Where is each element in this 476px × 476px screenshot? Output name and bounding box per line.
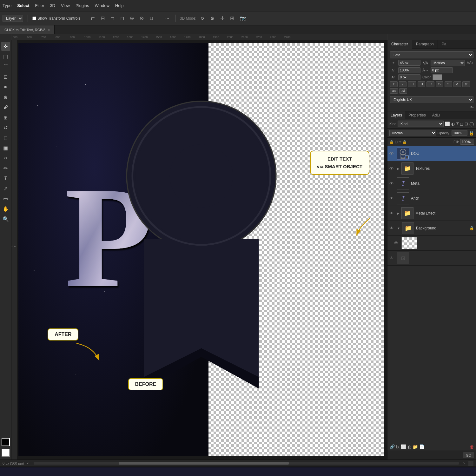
layer-eye-metal[interactable]: 👁 <box>389 211 395 216</box>
layer-expand-textures[interactable]: ▶ <box>397 167 400 170</box>
filter-kind-select[interactable]: Kind <box>398 121 444 127</box>
layer-eye-smart[interactable]: 👁 <box>389 151 395 156</box>
scrollbar-h[interactable] <box>34 462 459 465</box>
stylaltern-btn[interactable]: aā <box>399 88 407 94</box>
3d-settings-btn[interactable]: ⚙ <box>209 15 216 22</box>
shape-tool[interactable]: ▭ <box>1 194 10 203</box>
status-nav-left[interactable]: < <box>27 461 29 465</box>
tab-character[interactable]: Character <box>387 40 412 49</box>
brush-tool[interactable]: 🖌 <box>1 103 10 112</box>
layer-item-bg[interactable]: 👁 <box>387 236 476 251</box>
layer-eye-textures[interactable]: 👁 <box>389 166 395 171</box>
3d-zoom-btn[interactable]: ⊞ <box>229 15 235 22</box>
baseline-input[interactable] <box>398 74 420 80</box>
add-adjustment-btn[interactable]: ◐ <box>407 444 411 449</box>
align-center-h-btn[interactable]: ⊟ <box>99 15 106 22</box>
layer-item-text1[interactable]: 👁 T Meta <box>387 176 476 191</box>
distribute-h-btn[interactable]: ⊕ <box>129 15 135 22</box>
filter-toggle[interactable]: ◯ <box>469 122 474 126</box>
pen-tool[interactable]: ✏ <box>1 164 10 173</box>
menu-window[interactable]: Window <box>95 3 109 8</box>
filter-adjust-icon[interactable]: ◐ <box>451 122 455 126</box>
tracking-input[interactable] <box>431 67 453 73</box>
3d-rotate-btn[interactable]: ⟳ <box>200 15 206 22</box>
lasso-tool[interactable]: ⌒ <box>1 62 10 71</box>
tab-layers[interactable]: Layers <box>387 111 405 119</box>
align-top-btn[interactable]: ⊓ <box>119 15 125 22</box>
select-tool[interactable]: ⬚ <box>1 52 10 61</box>
scale-input[interactable] <box>398 67 420 73</box>
font-family-select[interactable]: Lato <box>390 51 473 58</box>
subscript-btn[interactable]: T₁ <box>436 81 443 87</box>
superscript-btn[interactable]: T¹ <box>426 81 434 87</box>
layer-dropdown[interactable]: Layer <box>3 15 23 22</box>
layer-item-metal[interactable]: 👁 ▶ 📁 Metal Effect <box>387 206 476 221</box>
3d-move-btn[interactable]: ✛ <box>219 15 226 22</box>
font-size-input[interactable] <box>398 60 420 66</box>
align-left-btn[interactable]: ⊏ <box>89 15 96 22</box>
language-select[interactable]: English: UK <box>390 96 473 103</box>
blend-mode-select[interactable]: Normal <box>389 130 436 136</box>
filter-type-icon[interactable]: T <box>456 122 459 126</box>
layer-eye-bg-group[interactable]: 👁 <box>389 226 395 231</box>
crop-tool[interactable]: ⊡ <box>1 72 10 81</box>
document-canvas[interactable]: P P AFTER <box>18 43 384 456</box>
zoom-tool[interactable]: 🔍 <box>1 215 10 223</box>
add-group-btn[interactable]: 📁 <box>413 444 418 449</box>
healing-tool[interactable]: ⊕ <box>1 93 10 102</box>
italic-btn[interactable]: T <box>399 81 407 87</box>
smallcaps-btn[interactable]: Tt <box>418 81 425 87</box>
layer-eye-text2[interactable]: 👁 <box>389 196 395 201</box>
add-mask-btn[interactable]: ⬜ <box>401 444 406 449</box>
dodge-tool[interactable]: ○ <box>1 154 10 162</box>
new-layer-btn[interactable]: 📄 <box>419 444 425 449</box>
document-tab[interactable]: CLICK to Edit Text, RGB/8 × <box>0 25 55 34</box>
more-options-btn[interactable]: ··· <box>164 15 170 22</box>
hand-tool[interactable]: ✋ <box>1 204 10 213</box>
canvas-area[interactable]: 1 2 3 4 <box>11 40 387 459</box>
tab-properties[interactable]: Properties <box>405 111 429 119</box>
show-transform-label[interactable]: Show Transform Controls <box>32 16 80 21</box>
gradient-tool[interactable]: ▣ <box>1 143 10 152</box>
eraser-tool[interactable]: ◻ <box>1 133 10 142</box>
menu-filter[interactable]: Filter <box>35 3 44 8</box>
kerning-select[interactable]: Metrics <box>431 60 465 66</box>
discretlig-btn[interactable]: ð <box>453 81 461 87</box>
swash-btn[interactable]: st <box>462 81 470 87</box>
layer-eye-bg[interactable]: 👁 <box>394 241 400 246</box>
menu-type[interactable]: Type <box>3 3 11 8</box>
go-button[interactable]: GO <box>463 453 474 458</box>
menu-plugins[interactable]: Plugins <box>76 3 89 8</box>
oldstyle-btn[interactable]: aa <box>390 88 398 94</box>
add-style-btn[interactable]: fx <box>396 444 400 449</box>
text-tool[interactable]: T <box>1 174 10 183</box>
move-tool[interactable]: ✛ <box>1 42 10 51</box>
tab-pa-extra[interactable]: Pa <box>438 40 451 49</box>
resize-handle[interactable] <box>468 461 473 466</box>
clone-tool[interactable]: ⊞ <box>1 113 10 122</box>
filter-smartobj-icon[interactable]: ⊡ <box>465 122 468 126</box>
path-tool[interactable]: ↗ <box>1 184 10 193</box>
distribute-v-btn[interactable]: ⊗ <box>138 15 145 22</box>
layer-item-textures[interactable]: 👁 ▶ 📁 Textures <box>387 161 476 176</box>
menu-view[interactable]: View <box>61 3 70 8</box>
document-tab-close[interactable]: × <box>48 28 50 32</box>
align-bottom-btn[interactable]: ⊔ <box>148 15 155 22</box>
lock-icon[interactable]: 🔒 <box>469 130 474 136</box>
tab-adjust[interactable]: Adju <box>429 111 443 119</box>
delete-layer-btn[interactable]: 🗑 <box>470 444 474 449</box>
fill-input[interactable] <box>460 139 474 145</box>
filter-shape-icon[interactable]: ◻ <box>460 122 463 126</box>
ligatures-btn[interactable]: fi <box>445 81 452 87</box>
show-transform-checkbox[interactable] <box>32 17 36 20</box>
aa-antialiasing[interactable]: aₐ <box>470 104 473 109</box>
background-color[interactable] <box>2 449 10 457</box>
layer-eye-text1[interactable]: 👁 <box>389 181 395 186</box>
color-swatch[interactable] <box>433 74 442 80</box>
bold-btn[interactable]: T <box>390 81 398 87</box>
menu-3d[interactable]: 3D <box>50 3 55 8</box>
tab-paragraph[interactable]: Paragraph <box>412 40 438 49</box>
menu-help[interactable]: Help <box>115 3 124 8</box>
layer-expand-metal[interactable]: ▶ <box>397 212 400 215</box>
layer-item-empty[interactable]: 👁 ⊡ <box>387 251 476 266</box>
